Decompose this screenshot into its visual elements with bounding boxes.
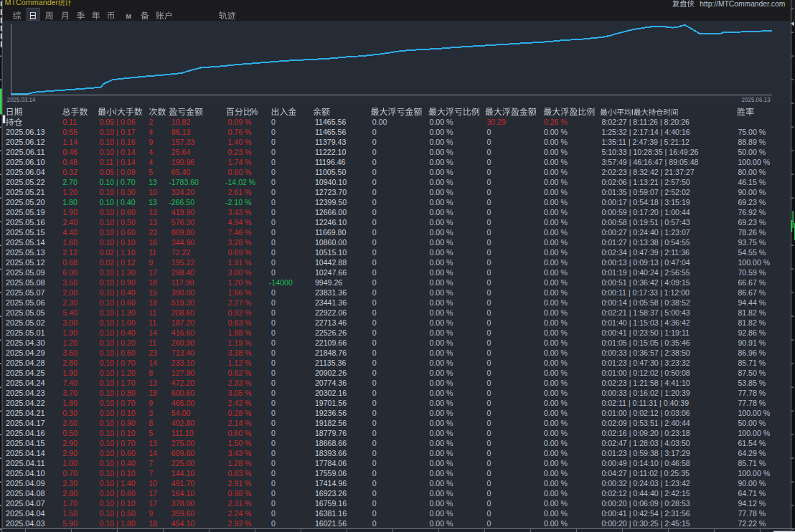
svg-text:0.69 %: 0.69 %	[228, 248, 253, 257]
svg-text:0.02: 0.02	[99, 248, 114, 257]
svg-text:12399.50: 12399.50	[315, 198, 347, 206]
svg-text:0.00 %: 0.00 %	[544, 128, 568, 136]
svg-text:3.50: 3.50	[62, 278, 77, 287]
svg-text:50.00 %: 50.00 %	[738, 148, 766, 156]
svg-text:14: 14	[149, 449, 157, 457]
svg-text:10860.00: 10860.00	[315, 238, 347, 247]
svg-text:0: 0	[486, 389, 491, 397]
svg-text:0: 0	[372, 409, 377, 417]
svg-text:0: 0	[486, 318, 491, 327]
svg-text:0.10: 0.10	[121, 499, 136, 508]
svg-text:0.00 %: 0.00 %	[430, 168, 454, 176]
svg-text:260.90: 260.90	[171, 338, 195, 347]
svg-text:1.12 %: 1.12 %	[228, 358, 253, 367]
svg-text:1.66 %: 1.66 %	[228, 288, 253, 297]
svg-text:0: 0	[372, 429, 377, 437]
svg-text:90.00 %: 90.00 %	[738, 479, 766, 488]
svg-text:64.71 %: 64.71 %	[738, 489, 766, 498]
svg-text:0:00:58 | 0:19:51 | 0:57:43: 0:00:58 | 0:19:51 | 0:57:43	[601, 218, 690, 227]
svg-text:18779.76: 18779.76	[315, 429, 347, 437]
svg-text:2025.05.06: 2025.05.06	[6, 298, 45, 307]
svg-text:0: 0	[271, 328, 276, 337]
svg-text:0.00 %: 0.00 %	[544, 188, 568, 196]
svg-text:0: 0	[271, 459, 276, 467]
svg-text:2: 2	[149, 118, 153, 126]
svg-text:0:01:19 | 0:40:24 | 2:56:55: 0:01:19 | 0:40:24 | 2:56:55	[601, 268, 690, 277]
svg-text:2.90: 2.90	[62, 439, 77, 447]
svg-text:21135.36: 21135.36	[315, 358, 347, 367]
svg-text:|: |	[116, 158, 118, 166]
svg-text:0.10: 0.10	[99, 469, 114, 478]
svg-text:0: 0	[486, 248, 491, 257]
svg-text:0.00 %: 0.00 %	[430, 288, 454, 297]
svg-text:0.00 %: 0.00 %	[430, 499, 454, 508]
svg-text:1:35:11 | 2:47:39 | 5:21:12: 1:35:11 | 2:47:39 | 5:21:12	[601, 138, 690, 146]
svg-text:18: 18	[149, 298, 157, 307]
svg-text:1.20 %: 1.20 %	[228, 278, 253, 287]
svg-text:|: |	[116, 509, 118, 518]
svg-text:1.90: 1.90	[62, 369, 77, 377]
svg-text:90.00 %: 90.00 %	[738, 188, 766, 196]
svg-text:0:00:59 | 0:17:20 | 1:00:44: 0:00:59 | 0:17:20 | 1:00:44	[601, 208, 690, 217]
svg-text:0.00 %: 0.00 %	[430, 218, 454, 227]
svg-text:2.42 %: 2.42 %	[228, 399, 253, 407]
svg-text:2.40: 2.40	[62, 218, 77, 227]
svg-text:3.00: 3.00	[62, 318, 77, 327]
svg-text:0:01:23 | 0:59:38 | 3:17:29: 0:01:23 | 0:59:38 | 3:17:29	[601, 449, 690, 457]
svg-text:|: |	[116, 238, 118, 247]
svg-text:2025.04.25: 2025.04.25	[6, 369, 45, 377]
svg-text:0:02:11 | 0:11:31 | 0:40:39: 0:02:11 | 0:11:31 | 0:40:39	[601, 399, 689, 407]
svg-text:21848.76: 21848.76	[315, 348, 347, 357]
svg-text:0.10: 0.10	[99, 138, 114, 146]
svg-text:0.10: 0.10	[99, 419, 114, 427]
svg-text:|: |	[116, 148, 118, 156]
svg-text:2025.05.20: 2025.05.20	[6, 198, 45, 206]
svg-text:2.30: 2.30	[62, 298, 77, 307]
svg-text:0:02:06 | 1:13:21 | 2:57:50: 0:02:06 | 1:13:21 | 2:57:50	[601, 178, 690, 186]
svg-text:0.98 %: 0.98 %	[228, 489, 253, 498]
svg-text:2:02:23 | 8:32:42 | 21:37:27: 2:02:23 | 8:32:42 | 21:37:27	[601, 168, 694, 176]
svg-text:0.00 %: 0.00 %	[430, 328, 454, 337]
svg-text:0: 0	[486, 369, 491, 377]
svg-text:18: 18	[149, 519, 157, 528]
svg-text:16381.16: 16381.16	[315, 509, 347, 518]
svg-text:18668.66: 18668.66	[315, 439, 347, 447]
svg-text:0:00:20 | 0:30:25 | 2:45:15: 0:00:20 | 0:30:25 | 2:45:15	[601, 519, 690, 528]
svg-text:0:01:00 | 0:02:12 | 0:03:06: 0:01:00 | 0:02:12 | 0:03:06	[601, 409, 690, 417]
svg-text:|: |	[116, 258, 118, 267]
svg-text:|: |	[116, 449, 118, 457]
svg-text:90.91 %: 90.91 %	[738, 338, 766, 347]
svg-text:0: 0	[372, 469, 377, 478]
svg-text:0.00 %: 0.00 %	[430, 409, 454, 417]
svg-text:17: 17	[149, 489, 157, 498]
svg-text:0: 0	[372, 449, 377, 457]
svg-text:11196.46: 11196.46	[315, 158, 346, 166]
svg-text:0: 0	[372, 228, 377, 237]
svg-text:3.70: 3.70	[62, 389, 77, 397]
svg-text:2.61 %: 2.61 %	[228, 188, 253, 196]
svg-text:94.44 %: 94.44 %	[738, 298, 766, 307]
svg-text:0.10: 0.10	[99, 148, 114, 156]
svg-text:|: |	[116, 479, 118, 488]
svg-text:0: 0	[372, 369, 377, 377]
svg-text:69.23 %: 69.23 %	[738, 198, 766, 206]
svg-text:0: 0	[271, 238, 276, 247]
svg-text:0.00 %: 0.00 %	[430, 399, 454, 407]
svg-text:1.40 %: 1.40 %	[228, 138, 253, 146]
svg-text:72.22 %: 72.22 %	[738, 519, 766, 528]
svg-text:9: 9	[149, 509, 153, 518]
svg-text:0: 0	[372, 278, 377, 287]
svg-text:0:02:21 | 1:58:37 | 5:00:43: 0:02:21 | 1:58:37 | 5:00:43	[601, 308, 690, 317]
svg-text:86.13: 86.13	[171, 128, 191, 136]
svg-text:0.00 %: 0.00 %	[544, 489, 568, 498]
svg-text:0.60: 0.60	[121, 449, 136, 457]
svg-text:1.80: 1.80	[62, 198, 77, 206]
svg-text:|: |	[116, 469, 118, 478]
svg-text:4.40: 4.40	[62, 228, 77, 237]
svg-text:0: 0	[486, 499, 491, 508]
svg-text:0.00 %: 0.00 %	[430, 148, 454, 156]
svg-text:0.00 %: 0.00 %	[544, 228, 568, 237]
svg-text:-1783.60: -1783.60	[169, 178, 199, 186]
svg-text:0: 0	[372, 519, 377, 528]
svg-text:0: 0	[372, 248, 377, 257]
